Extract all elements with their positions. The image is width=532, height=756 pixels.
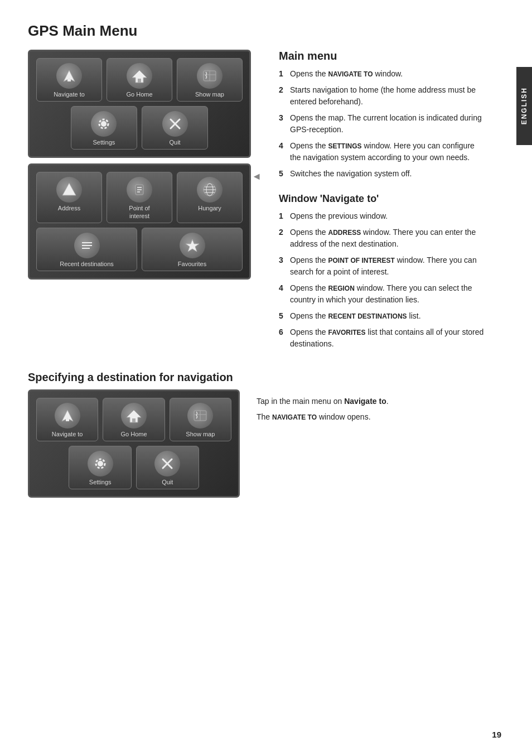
gps-grid-row2: Settings Quit: [71, 106, 208, 150]
show-map-icon: [197, 63, 223, 89]
btn-show-map[interactable]: Show map: [177, 58, 243, 102]
btn-recent[interactable]: Recent destinations: [36, 228, 137, 271]
page-title: GPS Main Menu: [28, 22, 487, 40]
main-menu-item-2: 2 Starts navigation to home (the home ad…: [279, 84, 487, 108]
btn-favourites[interactable]: Favourites: [142, 228, 243, 271]
main-menu-heading: Main menu: [279, 50, 487, 62]
go-home-icon: [127, 63, 152, 89]
spec-navigate-icon: [55, 403, 80, 428]
btn-navigate-to[interactable]: Navigate to: [36, 58, 102, 102]
svg-marker-24: [186, 239, 199, 252]
btn-quit-label: Quit: [170, 139, 181, 146]
gps-nav-grid-row1: Address Point ofinterest: [36, 172, 243, 223]
btn-spec-quit[interactable]: Quit: [136, 446, 199, 489]
btn-spec-map[interactable]: Show map: [170, 398, 231, 441]
spec-map-icon: [187, 403, 213, 428]
main-menu-item-1: 1 Opens the Navigate to window.: [279, 68, 487, 80]
nav-item-6: 6 Opens the Favorites list that contains…: [279, 326, 487, 350]
nav-item-2: 2 Opens the Address window. There you ca…: [279, 227, 487, 250]
gps-screen-spec: Navigate to Go Home: [28, 389, 240, 498]
language-tab: ENGLISH: [516, 67, 532, 145]
specifying-heading: Specifying a destination for navigation: [28, 371, 487, 384]
nav-item-1: 1 Opens the previous window.: [279, 210, 487, 222]
svg-rect-26: [66, 418, 69, 421]
spec-navigate-label: Navigate to: [52, 431, 83, 438]
spec-quit-label: Quit: [162, 479, 173, 486]
spec-home-label: Go Home: [120, 431, 147, 438]
btn-settings[interactable]: Settings: [71, 106, 137, 150]
window-navigate-list: 1 Opens the previous window. 2 Opens the…: [279, 210, 487, 350]
main-menu-item-5: 5 Switches the navigation system off.: [279, 168, 487, 180]
spec-map-label: Show map: [186, 431, 215, 438]
svg-point-32: [98, 461, 103, 466]
quit-icon: [162, 111, 188, 137]
btn-address-label: Address: [58, 205, 80, 212]
main-menu-list: 1 Opens the Navigate to window. 2 Starts…: [279, 68, 487, 180]
region-icon: [197, 177, 223, 203]
btn-spec-settings[interactable]: Settings: [69, 446, 132, 489]
poi-icon: [127, 177, 152, 203]
gps-grid-row1: Navigate to Go Home: [36, 58, 243, 102]
specifying-section: Specifying a destination for navigation …: [28, 371, 487, 498]
btn-go-home-label: Go Home: [126, 91, 152, 98]
btn-region-label: Hungary: [198, 205, 221, 212]
btn-poi[interactable]: Point ofinterest: [107, 172, 172, 223]
btn-spec-home[interactable]: Go Home: [103, 398, 165, 441]
left-screenshots: Navigate to Go Home: [28, 50, 262, 354]
spec-quit-icon: [154, 451, 180, 476]
main-menu-item-3: 3 Opens the map. The current location is…: [279, 112, 487, 136]
spec-home-icon: [121, 403, 147, 428]
top-section: Navigate to Go Home: [28, 50, 487, 354]
address-icon: [56, 177, 82, 203]
svg-rect-1: [67, 79, 71, 81]
btn-address[interactable]: Address: [36, 172, 102, 223]
gps-spec-row2: Settings Quit: [69, 446, 199, 489]
nav-item-5: 5 Opens the Recent destinations list.: [279, 310, 487, 322]
gps-nav-grid-row2: Recent destinations Favourites: [36, 228, 243, 271]
favourites-icon: [180, 233, 205, 258]
navigate-to-icon: [56, 63, 82, 89]
page-number: 19: [492, 730, 501, 739]
nav-item-3: 3 Opens the Point of interest window. Th…: [279, 254, 487, 278]
btn-quit[interactable]: Quit: [142, 106, 208, 150]
specifying-two-col: Navigate to Go Home: [28, 389, 487, 498]
btn-favourites-label: Favourites: [178, 261, 206, 268]
page-content: GPS Main Menu Navigate to: [0, 0, 532, 520]
btn-go-home[interactable]: Go Home: [107, 58, 172, 102]
recent-icon: [74, 233, 100, 258]
specifying-p2: The Navigate to window opens.: [257, 411, 487, 423]
svg-point-7: [101, 121, 107, 127]
window-navigate-heading: Window 'Navigate to': [279, 193, 487, 205]
gps-spec-row1: Navigate to Go Home: [36, 398, 231, 441]
language-label: ENGLISH: [520, 87, 528, 124]
right-text: Main menu 1 Opens the Navigate to window…: [279, 50, 487, 354]
btn-navigate-to-label: Navigate to: [54, 91, 85, 98]
btn-show-map-label: Show map: [195, 91, 224, 98]
gps-screen-main: Navigate to Go Home: [28, 50, 251, 158]
svg-rect-3: [138, 79, 141, 83]
btn-recent-label: Recent destinations: [60, 261, 114, 268]
svg-marker-11: [62, 183, 76, 195]
specifying-text: Tap in the main menu on Navigate to. The…: [257, 389, 487, 427]
spec-settings-icon: [88, 451, 113, 476]
svg-rect-28: [132, 418, 136, 422]
specifying-p1: Tap in the main menu on Navigate to.: [257, 395, 487, 407]
nav-item-4: 4 Opens the Region window. There you can…: [279, 282, 487, 306]
settings-icon: [91, 111, 117, 137]
btn-poi-label: Point ofinterest: [129, 205, 149, 219]
spec-settings-label: Settings: [89, 479, 112, 486]
main-menu-item-4: 4 Opens the Settings window. Here you ca…: [279, 140, 487, 163]
btn-settings-label: Settings: [93, 139, 115, 146]
btn-region[interactable]: Hungary: [177, 172, 243, 223]
gps-screen-navigate: Address Point ofinterest: [28, 163, 251, 280]
btn-spec-navigate[interactable]: Navigate to: [36, 398, 98, 441]
